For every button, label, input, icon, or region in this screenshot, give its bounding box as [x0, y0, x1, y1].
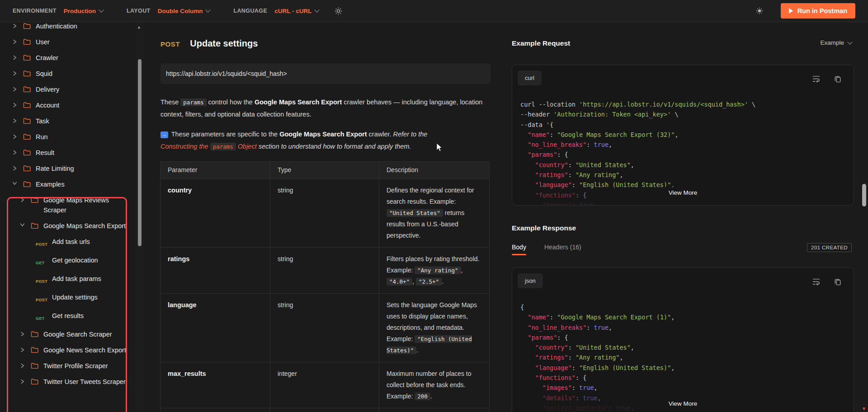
page-scrollbar-thumb[interactable]: [862, 184, 866, 206]
text-segment: Defines the regional context for search …: [387, 187, 474, 205]
chevron-right-icon[interactable]: [20, 363, 25, 368]
constructing-params-link[interactable]: Object: [236, 143, 257, 150]
sidebar-item-squid[interactable]: Squid: [0, 66, 136, 82]
text-segment: section to understand how to format and …: [259, 143, 411, 150]
chevron-right-icon[interactable]: [12, 118, 17, 123]
chevron-right-icon[interactable]: [12, 166, 17, 171]
sidebar-item-label: Get geolocation: [52, 255, 136, 265]
chevron-right-icon[interactable]: [12, 23, 17, 28]
chevron-down-icon[interactable]: [12, 181, 17, 186]
sidebar-item-user[interactable]: User: [0, 34, 136, 50]
sidebar-item-task[interactable]: Task: [0, 113, 136, 129]
folder-icon: [23, 70, 31, 77]
param-desc-cell: Filters places by rating threshold. Exam…: [379, 248, 490, 293]
code-line: "name": "Google Maps Search Export (32)"…: [520, 130, 849, 140]
text-segment: "United States": [387, 209, 443, 217]
chevron-right-icon[interactable]: [12, 103, 17, 108]
sidebar-item-run[interactable]: Run: [0, 129, 136, 145]
chevron-right-icon[interactable]: [12, 87, 17, 92]
code-line: "no_line_breaks": true,: [520, 323, 849, 332]
sidebar-item-add-task-params[interactable]: POSTAdd task params: [0, 271, 136, 290]
chevron-right-icon[interactable]: [20, 332, 25, 337]
language-select[interactable]: cURL - cURL: [274, 8, 319, 14]
sidebar-item-add-task-urls[interactable]: POSTAdd task urls: [0, 234, 136, 253]
sidebar-item-account[interactable]: Account: [0, 98, 136, 113]
sidebar-item-rate-limiting[interactable]: Rate Limiting: [0, 161, 136, 177]
tab-headers[interactable]: Headers (16): [544, 243, 581, 255]
chevron-right-icon[interactable]: [12, 55, 17, 60]
param-name-cell: max_results: [160, 362, 270, 408]
sidebar-item-label: Result: [36, 148, 136, 158]
environment-select[interactable]: Production: [64, 8, 103, 14]
examples-panel: Example Request Example curl curl --loca…: [500, 22, 868, 412]
sidebar-item-google-news-search-export[interactable]: Google News Search Export: [0, 342, 136, 358]
chevron-down-icon: [315, 7, 320, 12]
sidebar-item-label: Add task urls: [52, 237, 136, 247]
settings-gear-icon[interactable]: [334, 7, 343, 15]
example-dropdown[interactable]: Example: [820, 39, 852, 46]
chevron-down-icon[interactable]: [20, 222, 25, 227]
page-scrollbar[interactable]: ▲ ▼: [861, 0, 868, 412]
folder-icon: [23, 54, 31, 61]
sidebar-scrollbar-thumb[interactable]: [138, 59, 142, 246]
chevron-right-icon[interactable]: [12, 134, 17, 139]
view-more-button[interactable]: View More: [663, 398, 703, 410]
sidebar-item-update-settings[interactable]: POSTUpdate settings: [0, 290, 136, 308]
environment-label: ENVIRONMENT: [13, 8, 57, 14]
chevron-right-icon[interactable]: [20, 197, 25, 202]
sidebar-item-examples[interactable]: Examples: [0, 177, 136, 192]
copy-icon[interactable]: [834, 278, 842, 286]
constructing-params-link[interactable]: Constructing the: [160, 143, 210, 150]
sidebar-item-label: Squid: [36, 69, 136, 79]
sidebar-item-google-maps-reviews-scraper[interactable]: Google Maps Reviews Scraper: [0, 192, 136, 218]
request-code-block: curl curl --location 'https://api.lobstr…: [512, 65, 854, 206]
copy-icon[interactable]: [834, 75, 842, 83]
sidebar-item-get-geolocation[interactable]: GETGet geolocation: [0, 253, 136, 271]
sidebar-item-label: Run: [36, 132, 136, 142]
layout-select[interactable]: Double Column: [158, 8, 210, 14]
scroll-down-icon[interactable]: ▼: [862, 406, 866, 411]
text-segment: "4.0+": [387, 278, 412, 286]
chevron-right-icon[interactable]: [12, 150, 17, 155]
code-line: "country": "United States",: [520, 160, 849, 170]
sidebar-item-crawler[interactable]: Crawler: [0, 50, 136, 66]
endpoint-title-row: POST Update settings: [160, 38, 258, 49]
layout-value: Double Column: [158, 8, 203, 14]
endpoint-url-field: https://api.lobstr.io/v1/squids/<squid_h…: [160, 63, 491, 84]
view-more-button[interactable]: View More: [663, 187, 703, 199]
chevron-right-icon[interactable]: [12, 39, 17, 44]
tab-body[interactable]: Body: [512, 243, 526, 255]
method-badge: POST: [160, 40, 180, 48]
run-in-postman-button[interactable]: Run in Postman: [781, 3, 855, 19]
wrap-text-icon[interactable]: [812, 75, 821, 83]
text-segment: control how the: [207, 98, 255, 106]
text-segment: .: [430, 393, 432, 400]
sidebar-item-result[interactable]: Result: [0, 145, 136, 161]
layout-label: LAYOUT: [127, 8, 151, 14]
sidebar-item-authentication[interactable]: Authentication: [0, 22, 136, 34]
sidebar-scrollbar[interactable]: ▲: [136, 22, 144, 412]
wrap-text-icon[interactable]: [812, 278, 821, 286]
sidebar-item-get-results[interactable]: GETGet results: [0, 308, 136, 327]
sidebar-item-twitter-profile-scraper[interactable]: Twitter Profile Scraper: [0, 358, 136, 374]
chevron-right-icon[interactable]: [12, 71, 17, 76]
sidebar-item-delivery[interactable]: Delivery: [0, 82, 136, 98]
column-header: Description: [379, 162, 490, 178]
folder-icon: [23, 165, 31, 172]
code-line: "ratings": "Any rating",: [520, 352, 849, 362]
chevron-right-icon[interactable]: [20, 347, 25, 352]
code-line: "images": true,: [520, 200, 849, 205]
theme-toggle-icon[interactable]: [755, 7, 764, 15]
column-header: Type: [270, 162, 379, 178]
example-response-heading: Example Response: [512, 224, 576, 232]
constructing-params-link[interactable]: params: [210, 143, 236, 150]
chevron-down-icon: [206, 7, 211, 12]
sidebar-item-google-maps-search-export[interactable]: Google Maps Search Export: [0, 218, 136, 234]
scroll-up-icon[interactable]: ▲: [137, 25, 141, 29]
text-segment: These parameters are specific to the: [170, 131, 279, 138]
param-name-cell: functions.collect_contacts: [160, 408, 270, 412]
chevron-right-icon[interactable]: [20, 379, 25, 384]
sidebar-item-google-search-scraper[interactable]: Google Search Scraper: [0, 327, 136, 342]
chevron-down-icon: [847, 39, 852, 44]
sidebar-item-twitter-user-tweets-scraper[interactable]: Twitter User Tweets Scraper: [0, 374, 136, 390]
